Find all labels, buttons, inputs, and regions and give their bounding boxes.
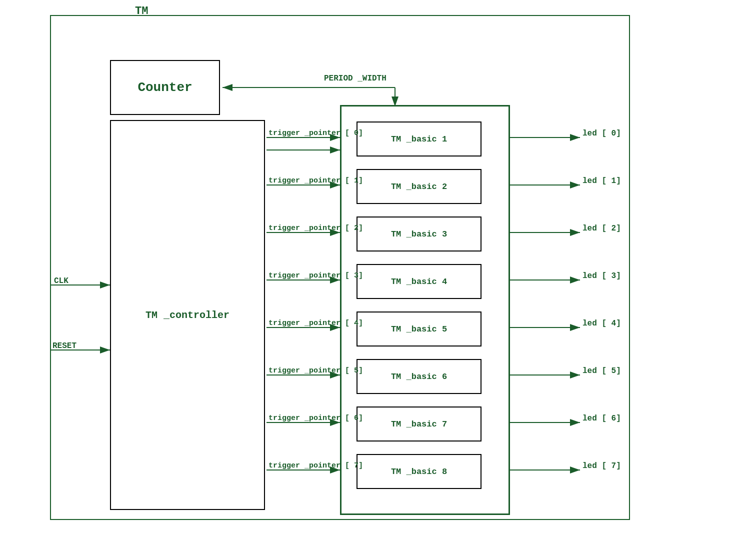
- trigger-label-4: trigger _pointer [ 4]: [268, 319, 363, 328]
- pwm-array-box: TM _basic 1 TM _basic 2 TM _basic 3 TM _…: [340, 105, 510, 515]
- led-label-1: led [ 1]: [582, 176, 621, 186]
- trigger-label-2: trigger _pointer [ 2]: [268, 224, 363, 232]
- pwm-basic-label-0: TM _basic 1: [391, 134, 447, 144]
- controller-label: TM _controller: [146, 310, 230, 321]
- reset-label: RESET: [52, 342, 76, 350]
- pwm-basic-box-0: TM _basic 1: [356, 122, 482, 156]
- period-width-label: PERIOD _WIDTH: [324, 74, 386, 83]
- led-label-4: led [ 4]: [582, 319, 621, 328]
- counter-box: Counter: [110, 60, 220, 115]
- pwm-basic-label-4: TM _basic 5: [391, 324, 447, 334]
- trigger-label-7: trigger _pointer [ 7]: [268, 462, 363, 470]
- led-label-0: led [ 0]: [582, 129, 621, 138]
- pwm-basic-box-4: TM _basic 5: [356, 312, 482, 346]
- controller-box: TM _controller: [110, 120, 265, 510]
- pwm-basic-label-2: TM _basic 3: [391, 230, 447, 239]
- counter-label: Counter: [138, 80, 192, 95]
- trigger-label-3: trigger _pointer [ 3]: [268, 272, 363, 280]
- led-label-2: led [ 2]: [582, 224, 621, 233]
- led-label-7: led [ 7]: [582, 462, 621, 470]
- led-label-5: led [ 5]: [582, 366, 621, 376]
- pwm-basic-box-5: TM _basic 6: [356, 359, 482, 394]
- pwm-basic-box-2: TM _basic 3: [356, 216, 482, 252]
- trigger-label-5: trigger _pointer [ 5]: [268, 366, 363, 375]
- clk-label: CLK: [54, 276, 68, 286]
- pwm-basic-label-5: TM _basic 6: [391, 372, 447, 382]
- pwm-basic-label-3: TM _basic 4: [391, 277, 447, 286]
- led-label-6: led [ 6]: [582, 414, 621, 423]
- pwm-basic-label-1: TM _basic 2: [391, 182, 447, 192]
- trigger-label-1: trigger _pointer [ 1]: [268, 176, 363, 185]
- pwm-basic-box-3: TM _basic 4: [356, 264, 482, 299]
- led-label-3: led [ 3]: [582, 272, 621, 280]
- trigger-label-6: trigger _pointer [ 6]: [268, 414, 363, 422]
- trigger-label-0: trigger _pointer [ 0]: [268, 129, 363, 138]
- pwm-basic-box-7: TM _basic 8: [356, 454, 482, 489]
- pwm-basic-label-7: TM _basic 8: [391, 467, 447, 476]
- pwm-basic-label-6: TM _basic 7: [391, 420, 447, 429]
- pwm-basic-box-1: TM _basic 2: [356, 169, 482, 204]
- pwm-basic-box-6: TM _basic 7: [356, 406, 482, 442]
